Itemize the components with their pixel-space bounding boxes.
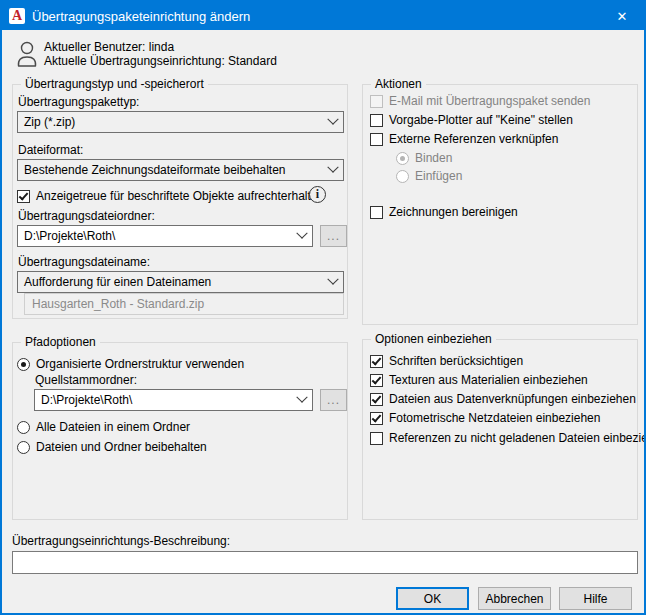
browse-folder-button[interactable]: ...: [320, 225, 347, 247]
transfer-folder-value: D:\Projekte\Roth\: [24, 229, 115, 243]
include-datalinks-label: Dateien aus Datenverknüpfungen einbezieh…: [389, 392, 636, 406]
package-type-label: Übertragungspakettyp:: [18, 95, 139, 109]
email-checkbox-row: E-Mail mit Übertragungspaket senden: [370, 94, 590, 108]
radio-button[interactable]: [17, 441, 30, 454]
plotter-checkbox-row[interactable]: Vorgabe-Plotter auf "Keine" stellen: [370, 113, 573, 127]
include-fonts-row[interactable]: Schriften berücksichtigen: [370, 354, 523, 368]
package-type-value: Zip (*.zip): [24, 115, 75, 129]
include-datalinks-checkbox[interactable]: [370, 393, 383, 406]
dialog-title: Übertragungspaketeinrichtung ändern: [32, 9, 250, 24]
radio-button[interactable]: [17, 358, 30, 371]
include-datalinks-row[interactable]: Dateien aus Datenverknüpfungen einbezieh…: [370, 392, 636, 406]
xref-checkbox[interactable]: [370, 133, 383, 146]
include-photometric-row[interactable]: Fotometrische Netzdateien einbeziehen: [370, 411, 600, 425]
transfer-folder-label: Übertragungsdateiordner:: [18, 209, 155, 223]
group-path-options-title: Pfadoptionen: [21, 335, 100, 349]
xref-checkbox-row[interactable]: Externe Referenzen verknüpfen: [370, 132, 558, 146]
xref-label: Externe Referenzen verknüpfen: [389, 132, 558, 146]
ok-button[interactable]: OK: [396, 587, 469, 610]
radio-organized-label: Organisierte Ordnerstruktur verwenden: [36, 357, 244, 371]
chevron-down-icon: [296, 392, 307, 403]
title-bar: A Übertragungspaketeinrichtung ändern ✕: [2, 2, 644, 30]
radio-keep-structure[interactable]: Dateien und Ordner beibehalten: [17, 440, 207, 454]
fidelity-checkbox-row[interactable]: Anzeigetreue für beschriftete Objekte au…: [17, 189, 324, 203]
filename-preview-field: Hausgarten_Roth - Standard.zip: [24, 293, 344, 315]
include-photometric-label: Fotometrische Netzdateien einbeziehen: [389, 411, 600, 425]
chevron-down-icon: [327, 274, 338, 285]
help-button[interactable]: Hilfe: [559, 587, 632, 610]
user-icon: [15, 40, 39, 68]
purge-label: Zeichnungen bereinigen: [389, 205, 518, 219]
filename-preview-text: Hausgarten_Roth - Standard.zip: [32, 297, 204, 311]
radio-single-folder[interactable]: Alle Dateien in einem Ordner: [17, 420, 190, 434]
filename-mode-select[interactable]: Aufforderung für einen Dateinamen: [17, 271, 344, 293]
purge-checkbox-row[interactable]: Zeichnungen bereinigen: [370, 205, 518, 219]
transfer-folder-combobox[interactable]: D:\Projekte\Roth\: [17, 225, 313, 247]
chevron-down-icon: [296, 228, 307, 239]
radio-single-folder-label: Alle Dateien in einem Ordner: [36, 420, 190, 434]
include-fonts-label: Schriften berücksichtigen: [389, 354, 523, 368]
description-label: Übertragungseinrichtungs-Beschreibung:: [12, 534, 230, 548]
plotter-checkbox[interactable]: [370, 114, 383, 127]
package-type-select[interactable]: Zip (*.zip): [17, 111, 344, 133]
radio-button: [396, 152, 409, 165]
radio-keep-structure-label: Dateien und Ordner beibehalten: [36, 440, 207, 454]
fidelity-checkbox[interactable]: [17, 190, 30, 203]
email-label: E-Mail mit Übertragungspaket senden: [389, 94, 590, 108]
radio-bind-label: Binden: [415, 151, 452, 165]
group-include-options-title: Optionen einbeziehen: [371, 332, 496, 346]
fidelity-label: Anzeigetreue für beschriftete Objekte au…: [36, 189, 324, 203]
current-setup-label: Aktuelle Übertragungseinrichtung: Standa…: [44, 54, 277, 68]
radio-button: [396, 170, 409, 183]
autocad-logo-icon: A: [9, 8, 25, 24]
include-unloaded-refs-label: Referenzen zu nicht geladenen Dateien ei…: [389, 431, 646, 445]
radio-organized-structure[interactable]: Organisierte Ordnerstruktur verwenden: [17, 357, 244, 371]
include-unloaded-refs-row[interactable]: Referenzen zu nicht geladenen Dateien ei…: [370, 431, 646, 445]
plotter-label: Vorgabe-Plotter auf "Keine" stellen: [389, 113, 573, 127]
description-input[interactable]: [12, 551, 638, 574]
transfer-filename-label: Übertragungsdateiname:: [18, 255, 150, 269]
source-root-combobox[interactable]: D:\Projekte\Roth\: [34, 389, 313, 411]
file-format-value: Bestehende Zeichnungsdateiformate beibeh…: [24, 163, 286, 177]
email-checkbox: [370, 95, 383, 108]
radio-insert-label: Einfügen: [415, 169, 462, 183]
file-format-select[interactable]: Bestehende Zeichnungsdateiformate beibeh…: [17, 159, 344, 181]
purge-checkbox[interactable]: [370, 206, 383, 219]
include-unloaded-refs-checkbox[interactable]: [370, 432, 383, 445]
transmittal-setup-dialog: A Übertragungspaketeinrichtung ändern ✕ …: [0, 0, 646, 615]
close-icon[interactable]: ✕: [600, 2, 644, 30]
current-user-label: Aktueller Benutzer: linda: [44, 40, 174, 54]
info-icon[interactable]: i: [309, 186, 326, 203]
cancel-button[interactable]: Abbrechen: [478, 587, 551, 610]
include-fonts-checkbox[interactable]: [370, 355, 383, 368]
include-textures-checkbox[interactable]: [370, 374, 383, 387]
include-textures-row[interactable]: Texturen aus Materialien einbeziehen: [370, 373, 588, 387]
radio-button[interactable]: [17, 421, 30, 434]
group-transfer-type-title: Übertragungstyp und -speicherort: [21, 77, 208, 91]
file-format-label: Dateiformat:: [18, 143, 83, 157]
radio-insert: Einfügen: [396, 169, 462, 183]
include-textures-label: Texturen aus Materialien einbeziehen: [389, 373, 588, 387]
source-root-value: D:\Projekte\Roth\: [41, 393, 132, 407]
group-actions-title: Aktionen: [371, 77, 426, 91]
chevron-down-icon: [327, 114, 338, 125]
browse-source-root-button[interactable]: ...: [320, 389, 347, 411]
filename-mode-value: Aufforderung für einen Dateinamen: [24, 275, 211, 289]
include-photometric-checkbox[interactable]: [370, 412, 383, 425]
chevron-down-icon: [327, 162, 338, 173]
source-root-label: Quellstammordner:: [35, 373, 137, 387]
radio-bind: Binden: [396, 151, 452, 165]
